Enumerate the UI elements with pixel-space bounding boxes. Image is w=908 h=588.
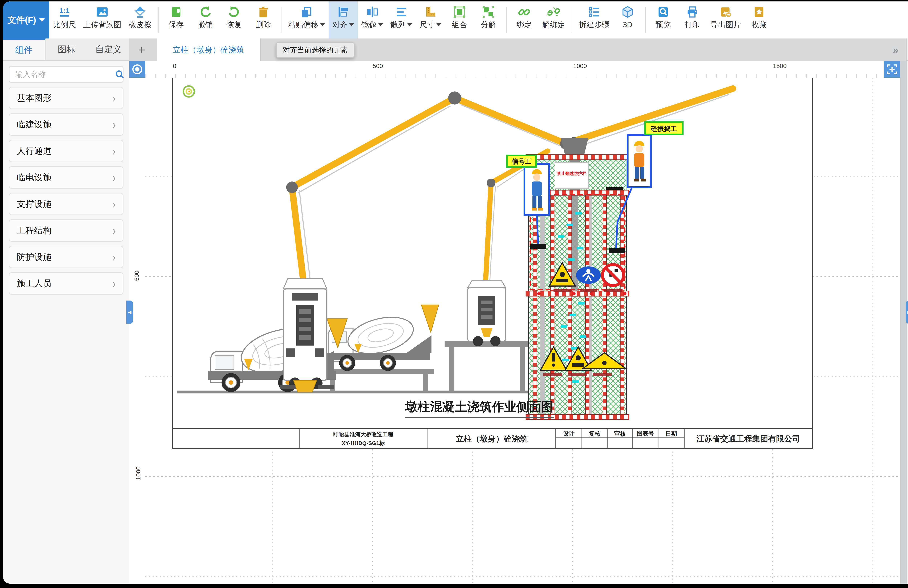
toolbar-label: 对齐	[332, 20, 354, 29]
th-design: 设计	[563, 430, 575, 437]
sidebar-item-temp-power[interactable]: 临电设施›	[9, 166, 124, 189]
toolbar-button-delete[interactable]: 删除	[249, 2, 278, 39]
search-input[interactable]	[14, 69, 115, 79]
fit-view-button[interactable]	[884, 61, 900, 78]
toolbar-button-print[interactable]: 打印	[678, 2, 707, 39]
printer-icon	[686, 6, 699, 18]
sidebar-item-walkways[interactable]: 人行通道›	[9, 140, 124, 162]
toolbar-button-mirror[interactable]: 镜像	[358, 2, 387, 39]
pump-truck-main[interactable]	[280, 279, 334, 392]
tab-overflow-button[interactable]: »	[885, 39, 906, 61]
worker-label: 信号工	[511, 158, 531, 165]
toolbar-button-save[interactable]: 保存	[162, 2, 191, 39]
company-name: 江苏省交通工程集团有限公司	[696, 434, 800, 443]
toolbar-group-output: 预览 打印 导出图片 收藏	[649, 2, 774, 39]
sidebar-item-workers[interactable]: 施工人员›	[9, 272, 124, 295]
property-row-border-color: 边框颜色	[906, 322, 908, 342]
toolbar-button-upload-background[interactable]: 上传背景图	[79, 2, 125, 39]
toolbar-button-redo[interactable]: 恢复	[220, 2, 249, 39]
property-row-frame-size: 制图框尺寸自定义	[906, 242, 908, 262]
sidebar-tabs: 组件 图标 自定义	[3, 39, 129, 61]
origin-button[interactable]	[129, 61, 145, 78]
property-row-border-length: 边框长度1600	[906, 262, 908, 282]
paste-offset-icon	[300, 6, 313, 18]
worker-label: 砼振捣工	[650, 125, 677, 132]
chevron-right-icon: ›	[113, 117, 116, 132]
toolbar-label: 拆建步骤	[579, 20, 609, 29]
sidebar-tab-custom[interactable]: 自定义	[87, 39, 129, 60]
ruler-tick: 500	[133, 271, 140, 281]
toolbar-label: 收藏	[752, 20, 767, 29]
toolbar-group-canvas: 1:1 比例尺 上传背景图 橡皮擦	[49, 2, 155, 39]
toolbar-label: 比例尺	[53, 20, 76, 29]
sidebar-tab-components[interactable]: 组件	[3, 39, 45, 60]
chevron-right-icon: ›	[113, 91, 116, 105]
tab-properties[interactable]: 属性	[906, 39, 908, 60]
toolbar-label: 预览	[655, 20, 671, 29]
file-menu-button[interactable]: 文件(F)	[3, 2, 49, 39]
document-tab-active[interactable]: 立柱（墩身）砼浇筑	[157, 39, 261, 61]
chevron-down-icon	[39, 18, 45, 22]
toolbar-label: 镜像	[361, 20, 383, 29]
ruler-row: 0 500 1000 1500	[129, 61, 906, 79]
toolbar-button-build-steps[interactable]: 拆建步骤	[575, 2, 613, 39]
redo-icon	[228, 6, 240, 18]
sidebar-tab-icons[interactable]: 图标	[45, 39, 87, 60]
th-date: 日期	[665, 430, 677, 437]
document-tabstrip: + 立柱（墩身）砼浇筑 »	[129, 39, 906, 62]
th-chart-no: 图表号	[637, 430, 654, 437]
toolbar-button-paste-offset[interactable]: 粘贴偏移	[284, 2, 329, 39]
toolbar-button-size[interactable]: 尺寸	[416, 2, 445, 39]
toolbar-separator	[645, 7, 646, 33]
sidebar-item-protection[interactable]: 防护设施›	[9, 246, 124, 268]
toolbar-label: 撤销	[198, 20, 213, 29]
sidebar-collapse-handle[interactable]: ◄	[126, 300, 133, 324]
sidebar-item-support[interactable]: 支撑设施›	[9, 193, 124, 215]
sidebar-item-structures[interactable]: 工程结构›	[9, 219, 124, 242]
category-label: 支撑设施	[17, 198, 113, 210]
canvas-region: + 立柱（墩身）砼浇筑 » 0 500 1000 1500 500 1000	[129, 39, 906, 584]
sidebar-item-temp-facilities[interactable]: 临建设施›	[9, 113, 124, 136]
toolbar-button-favorite[interactable]: 收藏	[745, 2, 774, 39]
toolbar-button-unbind[interactable]: 解绑定	[539, 2, 569, 39]
toolbar-label: 恢复	[227, 20, 242, 29]
list-lines-icon	[395, 6, 407, 18]
toolbar-button-3d[interactable]: 3D	[613, 2, 642, 39]
cube-3d-icon	[621, 6, 634, 18]
property-row-fit-bg: 适配背景图否	[906, 143, 908, 162]
toolbar-button-eraser[interactable]: 橡皮擦	[125, 2, 155, 39]
export-image-icon	[720, 6, 732, 18]
pier-column[interactable]	[526, 190, 629, 419]
toolbar-button-scatter[interactable]: 散列	[387, 2, 416, 39]
panel-collapse-handle[interactable]: ►	[906, 300, 908, 324]
toolbar-label: 保存	[169, 20, 184, 29]
category-label: 防护设施	[17, 251, 113, 263]
screen: 文件(F) 1:1 比例尺 上传背景图 橡皮擦 保存	[0, 0, 908, 588]
toolbar-button-export-image[interactable]: 导出图片	[707, 2, 745, 39]
prohibition-sign-icon	[602, 265, 624, 286]
toolbar-button-scale-ruler[interactable]: 1:1 比例尺	[49, 2, 79, 39]
star-icon	[753, 6, 765, 18]
toolbar-button-undo[interactable]: 撤销	[191, 2, 220, 39]
project-name: 盱眙县淮河大桥改造工程	[333, 431, 393, 437]
toolbar-button-ungroup[interactable]: 分解	[474, 2, 503, 39]
component-search[interactable]	[9, 66, 124, 83]
property-row-border-width: 边框宽度1	[906, 342, 908, 361]
toolbar-button-preview[interactable]: 预览	[649, 2, 678, 39]
toolbar-separator	[506, 7, 507, 33]
toolbar-button-bind[interactable]: 绑定	[510, 2, 539, 39]
toolbar-button-align[interactable]: 对齐	[329, 2, 358, 39]
toolbar-button-group[interactable]: 组合	[445, 2, 474, 39]
sidebar-item-basic-shapes[interactable]: 基本图形›	[9, 87, 124, 109]
toolbar-label: 尺寸	[420, 20, 441, 29]
search-icon[interactable]	[115, 70, 124, 79]
drawing-canvas[interactable]: 禁止翻越防护栏	[145, 78, 900, 584]
add-tab-button[interactable]: +	[129, 39, 154, 61]
vertical-scrollbar[interactable]	[900, 61, 906, 584]
fit-view-icon	[886, 64, 898, 75]
app-window: 文件(F) 1:1 比例尺 上传背景图 橡皮擦 保存	[3, 2, 908, 584]
category-label: 临电设施	[17, 172, 113, 183]
toolbar-group-arrange: 粘贴偏移 对齐 镜像 散列 尺寸 组合	[284, 2, 503, 39]
group-icon	[453, 6, 465, 18]
chevron-right-icon: ›	[113, 276, 116, 291]
